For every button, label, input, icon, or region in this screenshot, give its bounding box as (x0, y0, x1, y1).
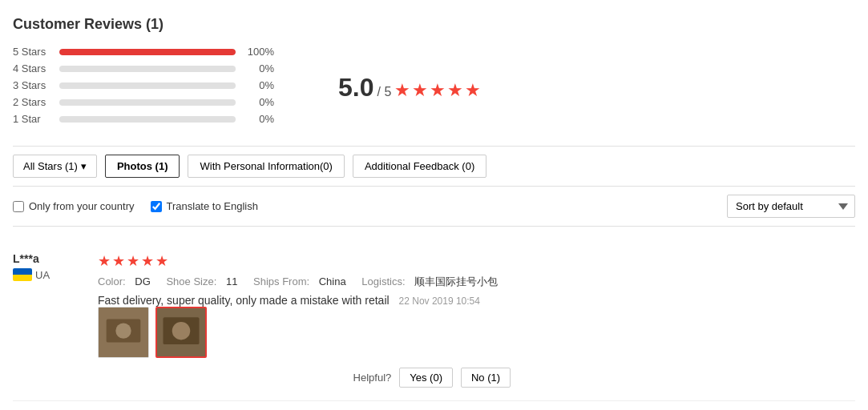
no-label: No (1) (471, 372, 500, 384)
review-date: 22 Nov 2019 10:54 (399, 295, 480, 307)
logistics-label: Logistics: (361, 275, 408, 287)
review-images (98, 307, 511, 358)
score-out-of: / 5 (377, 85, 391, 99)
star-row: 1 Star 0% (13, 113, 274, 125)
star-row-label: 2 Stars (13, 96, 53, 108)
review-card: L***a UA ★ ★ ★ ★ ★ Color: DG Shoe Size: … (13, 239, 855, 401)
bar-bg (59, 116, 236, 123)
score-number: 5.0 (338, 73, 373, 102)
yes-button[interactable]: Yes (0) (399, 368, 453, 388)
star-row: 4 Stars 0% (13, 62, 274, 74)
svg-point-2 (115, 323, 131, 338)
star-3: ★ (430, 80, 446, 101)
shoe-size-value: 11 (226, 275, 237, 287)
ships-from-label: Ships From: (253, 275, 313, 287)
star-row: 3 Stars 0% (13, 79, 274, 91)
personal-info-filter-label: With Personal Information(0) (200, 160, 332, 172)
review-thumbnail-1[interactable] (98, 307, 149, 358)
yes-label: Yes (0) (410, 372, 442, 384)
photos-filter-button[interactable]: Photos (1) (105, 155, 180, 178)
rating-bars: 5 Stars 100% 4 Stars 0% 3 Stars 0% 2 Sta… (13, 46, 274, 130)
bar-bg (59, 99, 236, 106)
helpful-section: Helpful? Yes (0) No (1) (98, 368, 511, 388)
options-bar: Only from your country Translate to Engl… (13, 187, 855, 227)
bar-pct: 100% (242, 46, 274, 58)
review-content: ★ ★ ★ ★ ★ Color: DG Shoe Size: 11 Ships … (98, 252, 511, 388)
logistics-value: 顺丰国际挂号小包 (414, 275, 498, 287)
shoe-size-label: Shoe Size: (166, 275, 220, 287)
star-2: ★ (412, 80, 428, 101)
no-button[interactable]: No (1) (461, 368, 511, 388)
review-text: Fast delivery, super quality, only made … (98, 294, 390, 307)
review-body: L***a UA ★ ★ ★ ★ ★ Color: DG Shoe Size: … (13, 252, 855, 388)
star-row-label: 5 Stars (13, 46, 53, 58)
all-stars-button[interactable]: All Stars (1) ▾ (13, 155, 97, 178)
country-filter-checkbox[interactable] (13, 201, 24, 212)
photos-filter-label: Photos (1) (117, 160, 168, 172)
translate-group: Translate to English (151, 200, 258, 212)
translate-label[interactable]: Translate to English (167, 200, 258, 212)
star-row-label: 3 Stars (13, 79, 53, 91)
all-stars-label: All Stars (1) (23, 160, 78, 172)
color-label: Color: (98, 275, 128, 287)
color-value: DG (135, 275, 151, 287)
review-meta: Color: DG Shoe Size: 11 Ships From: Chin… (98, 275, 511, 289)
country-filter-group: Only from your country (13, 200, 135, 212)
bar-pct: 0% (242, 96, 274, 108)
flag-ua-icon (13, 268, 32, 281)
bar-bg (59, 66, 236, 72)
svg-point-5 (172, 322, 191, 340)
review-stars: ★ ★ ★ ★ ★ (98, 252, 511, 270)
country-name: UA (35, 269, 50, 281)
star-row-label: 4 Stars (13, 62, 53, 74)
review-star-1: ★ (98, 252, 111, 270)
bar-fill (59, 49, 236, 55)
bar-pct: 0% (242, 62, 274, 74)
sort-select[interactable]: Sort by default Most recent Most helpful (727, 195, 855, 218)
review-star-2: ★ (112, 252, 125, 270)
review-star-4: ★ (141, 252, 154, 270)
overall-score: 5.0 / 5 ★ ★ ★ ★ ★ (338, 73, 481, 102)
ships-from-value: China (319, 275, 346, 287)
section-title: Customer Reviews (1) (13, 16, 855, 33)
country-filter-label[interactable]: Only from your country (29, 200, 135, 212)
reviewer-info: L***a UA (13, 252, 85, 388)
star-4: ★ (447, 80, 463, 101)
star-1: ★ (394, 80, 410, 101)
star-row: 2 Stars 0% (13, 96, 274, 108)
dropdown-arrow-icon: ▾ (81, 160, 87, 172)
star-row-label: 1 Star (13, 113, 53, 125)
page-container: Customer Reviews (1) 5 Stars 100% 4 Star… (0, 0, 868, 410)
filter-bar: All Stars (1) ▾ Photos (1) With Personal… (13, 146, 855, 187)
overall-stars: ★ ★ ★ ★ ★ (394, 80, 481, 101)
bar-bg (59, 49, 236, 55)
bar-pct: 0% (242, 113, 274, 125)
thumbnail-1-image (99, 307, 148, 358)
bar-bg (59, 82, 236, 89)
review-text-line: Fast delivery, super quality, only made … (98, 294, 511, 307)
bar-pct: 0% (242, 79, 274, 91)
translate-checkbox[interactable] (151, 201, 162, 212)
sort-dropdown: Sort by default Most recent Most helpful (727, 195, 855, 218)
star-row: 5 Stars 100% (13, 46, 274, 58)
additional-feedback-filter-label: Additional Feedback (0) (365, 160, 474, 172)
reviewer-name: L***a (13, 252, 85, 265)
thumbnail-2-image (157, 307, 205, 358)
review-star-3: ★ (127, 252, 139, 270)
reviewer-country: UA (13, 268, 85, 281)
review-thumbnail-2[interactable] (155, 307, 207, 358)
rating-section: 5 Stars 100% 4 Stars 0% 3 Stars 0% 2 Sta… (13, 46, 855, 130)
personal-info-filter-button[interactable]: With Personal Information(0) (188, 155, 344, 178)
star-5: ★ (465, 80, 481, 101)
helpful-label: Helpful? (353, 372, 392, 384)
additional-feedback-filter-button[interactable]: Additional Feedback (0) (353, 155, 486, 178)
review-star-5: ★ (155, 252, 168, 270)
